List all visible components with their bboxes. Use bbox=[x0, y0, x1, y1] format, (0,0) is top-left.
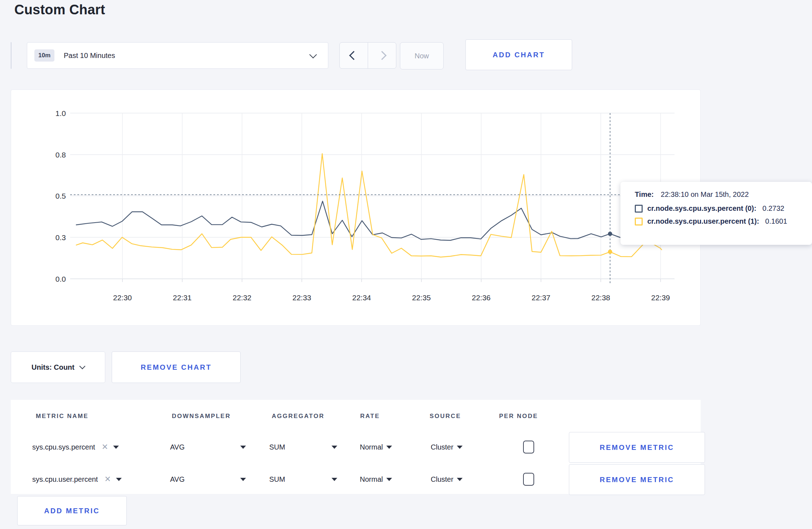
tooltip-time-value: 22:38:10 on Mar 15th, 2022 bbox=[661, 190, 749, 198]
x-axis-label: 22:30 bbox=[113, 293, 132, 302]
custom-chart-page: Custom Chart 10m Past 10 Minutes Now ADD… bbox=[0, 0, 812, 529]
table-row: sys.cpu.user.percent ✕ AVG SUM Normal Cl… bbox=[11, 464, 701, 495]
x-axis-label: 22:31 bbox=[173, 293, 192, 302]
source-value: Cluster bbox=[431, 475, 453, 484]
x-axis-label: 22:38 bbox=[591, 293, 610, 302]
table-row: sys.cpu.sys.percent ✕ AVG SUM Normal Clu… bbox=[11, 431, 701, 463]
time-next-button[interactable] bbox=[368, 43, 396, 68]
tooltip-series-row: cr.node.sys.cpu.sys.percent (0): 0.2732 bbox=[635, 204, 812, 213]
metrics-table: METRIC NAME DOWNSAMPLER AGGREGATOR RATE … bbox=[11, 400, 701, 494]
metric-name-select[interactable]: sys.cpu.sys.percent ✕ bbox=[32, 431, 119, 463]
metric-name: sys.cpu.user.percent bbox=[32, 475, 98, 484]
caret-down-icon bbox=[113, 446, 119, 449]
caret-down-icon bbox=[332, 446, 337, 449]
add-metric-button[interactable]: ADD METRIC bbox=[17, 496, 127, 525]
clear-metric-icon[interactable]: ✕ bbox=[102, 442, 108, 452]
source-select[interactable]: Cluster bbox=[431, 464, 463, 495]
x-axis-label: 22:39 bbox=[651, 293, 670, 302]
x-axis-label: 22:32 bbox=[233, 293, 252, 302]
tooltip-series-value: 0.2732 bbox=[763, 204, 784, 213]
highlight-dot-sys bbox=[608, 232, 612, 236]
y-axis-label: 0.3 bbox=[55, 233, 66, 242]
user-series-swatch-icon bbox=[635, 218, 643, 225]
aggregator-value: SUM bbox=[269, 475, 285, 484]
series-line-sys bbox=[76, 201, 662, 240]
time-window-badge: 10m bbox=[34, 49, 54, 62]
tooltip-series-row: cr.node.sys.cpu.user.percent (1): 0.1601 bbox=[635, 217, 812, 225]
units-dropdown[interactable]: Units: Count bbox=[11, 351, 105, 383]
units-label: Units: Count bbox=[32, 363, 74, 372]
downsampler-value: AVG bbox=[170, 475, 185, 484]
left-divider bbox=[11, 42, 11, 69]
aggregator-value: SUM bbox=[269, 443, 285, 451]
caret-down-icon bbox=[332, 478, 337, 481]
source-select[interactable]: Cluster bbox=[431, 431, 463, 463]
y-axis-label: 1.0 bbox=[55, 109, 66, 117]
chevron-down-icon bbox=[309, 51, 317, 58]
remove-metric-button[interactable]: REMOVE METRIC bbox=[569, 464, 705, 495]
remove-chart-button[interactable]: REMOVE CHART bbox=[112, 351, 241, 383]
source-value: Cluster bbox=[431, 443, 453, 451]
chevron-down-icon bbox=[79, 363, 85, 369]
col-header-rate: RATE bbox=[360, 413, 380, 420]
caret-down-icon bbox=[116, 478, 122, 481]
x-axis-label: 22:37 bbox=[532, 293, 551, 302]
y-axis-label: 0.0 bbox=[55, 275, 66, 283]
col-header-source: SOURCE bbox=[430, 413, 461, 420]
clear-metric-icon[interactable]: ✕ bbox=[104, 475, 111, 484]
metric-name-select[interactable]: sys.cpu.user.percent ✕ bbox=[32, 464, 122, 495]
col-header-per-node: PER NODE bbox=[499, 413, 538, 420]
downsampler-select[interactable]: AVG bbox=[170, 464, 246, 495]
rate-value: Normal bbox=[360, 443, 383, 451]
series-line-user bbox=[76, 154, 662, 257]
x-axis-label: 22:33 bbox=[293, 293, 311, 302]
chart-panel[interactable]: 1.00.80.50.30.022:3022:3122:3222:3322:34… bbox=[11, 89, 701, 326]
highlight-dot-user bbox=[608, 250, 612, 254]
chevron-left-icon bbox=[349, 51, 358, 60]
time-prev-button[interactable] bbox=[340, 43, 368, 68]
chevron-right-icon bbox=[377, 51, 386, 60]
caret-down-icon bbox=[240, 446, 246, 449]
caret-down-icon bbox=[457, 478, 463, 481]
aggregator-select[interactable]: SUM bbox=[269, 464, 337, 495]
caret-down-icon bbox=[386, 446, 392, 449]
tooltip-series-value: 0.1601 bbox=[765, 217, 787, 225]
time-window-label: Past 10 Minutes bbox=[64, 52, 301, 60]
rate-select[interactable]: Normal bbox=[360, 464, 392, 495]
tooltip-time-label: Time: bbox=[635, 190, 654, 198]
aggregator-select[interactable]: SUM bbox=[269, 431, 337, 463]
downsampler-value: AVG bbox=[170, 443, 185, 451]
col-header-aggregator: AGGREGATOR bbox=[272, 413, 324, 420]
page-title: Custom Chart bbox=[14, 2, 105, 18]
rate-select[interactable]: Normal bbox=[360, 431, 392, 463]
y-axis-label: 0.8 bbox=[55, 151, 66, 159]
per-node-checkbox[interactable] bbox=[523, 441, 534, 453]
per-node-checkbox[interactable] bbox=[523, 473, 534, 486]
chart-tooltip: Time: 22:38:10 on Mar 15th, 2022 cr.node… bbox=[620, 182, 812, 245]
caret-down-icon bbox=[240, 478, 246, 481]
per-node-cell bbox=[518, 464, 539, 495]
time-window-dropdown[interactable]: 10m Past 10 Minutes bbox=[27, 42, 328, 69]
x-axis-label: 22:34 bbox=[352, 293, 371, 302]
add-chart-button[interactable]: ADD CHART bbox=[465, 39, 572, 70]
x-axis-label: 22:36 bbox=[472, 293, 491, 302]
per-node-cell bbox=[518, 431, 539, 463]
caret-down-icon bbox=[457, 446, 463, 449]
downsampler-select[interactable]: AVG bbox=[170, 431, 246, 463]
x-axis-label: 22:35 bbox=[412, 293, 431, 302]
col-header-downsampler: DOWNSAMPLER bbox=[172, 413, 231, 420]
col-header-metric-name: METRIC NAME bbox=[36, 413, 88, 420]
now-button[interactable]: Now bbox=[400, 42, 444, 69]
rate-value: Normal bbox=[360, 475, 383, 484]
remove-metric-button[interactable]: REMOVE METRIC bbox=[569, 432, 705, 463]
metric-name: sys.cpu.sys.percent bbox=[32, 443, 95, 451]
tooltip-time-row: Time: 22:38:10 on Mar 15th, 2022 bbox=[635, 190, 812, 199]
sys-series-swatch-icon bbox=[635, 205, 643, 213]
caret-down-icon bbox=[386, 478, 392, 481]
timeseries-chart[interactable]: 1.00.80.50.30.022:3022:3122:3222:3322:34… bbox=[11, 90, 700, 325]
tooltip-series-name: cr.node.sys.cpu.sys.percent (0): bbox=[647, 204, 757, 213]
y-axis-label: 0.5 bbox=[55, 192, 66, 200]
tooltip-series-name: cr.node.sys.cpu.user.percent (1): bbox=[647, 217, 759, 225]
time-nav-group bbox=[339, 42, 396, 69]
